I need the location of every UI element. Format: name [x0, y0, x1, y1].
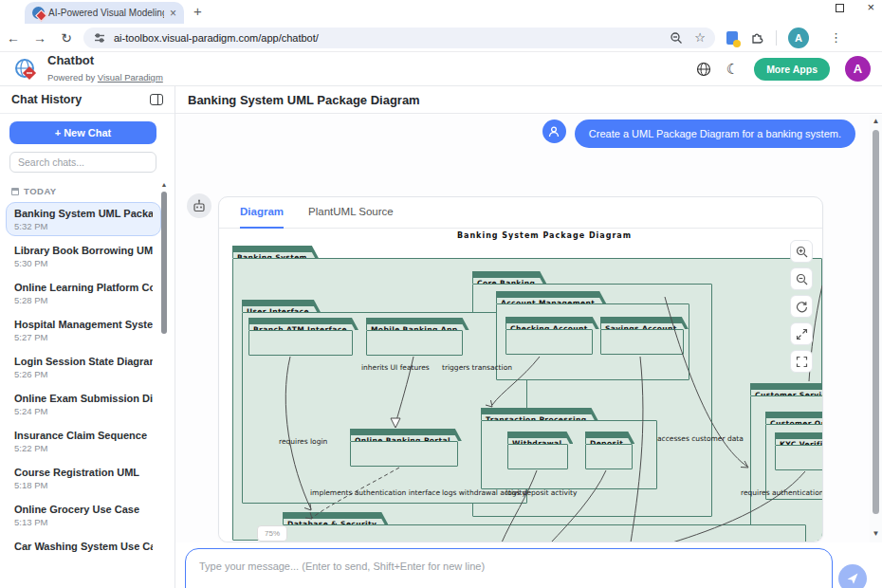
pkg-online-banking-portal[interactable]: Online Banking Portal: [350, 429, 462, 447]
pkg-mobile-banking-app-tab: Mobile Banking App: [366, 318, 469, 330]
diagram-controls: [790, 240, 813, 373]
app-header: Chatbot Powered by Visual Paradigm ☾ Mor…: [0, 52, 882, 86]
tab-close-icon[interactable]: ×: [168, 8, 178, 19]
user-icon: [547, 125, 560, 138]
sidebar-scroll-thumb[interactable]: [161, 192, 167, 334]
sidebar-scrollbar[interactable]: ▲: [160, 181, 168, 579]
forward-button[interactable]: →: [27, 30, 53, 46]
chat-history-item[interactable]: Car Washing System Use Case: [6, 535, 161, 557]
pkg-savings-account[interactable]: Savings Account: [600, 317, 689, 335]
pkg-core-banking[interactable]: Core Banking: [472, 271, 546, 289]
visual-paradigm-logo: [13, 57, 38, 82]
app-name: Chatbot: [47, 53, 163, 67]
main-scrollbar[interactable]: ▲ ▼: [870, 115, 882, 542]
search-chats-input[interactable]: [9, 152, 156, 173]
bookmark-star-icon[interactable]: ☆: [694, 30, 706, 45]
reset-view-button[interactable]: [790, 295, 813, 318]
pkg-deposit[interactable]: Deposit: [585, 432, 634, 450]
chat-history-item[interactable]: Login Session State Diagram5:26 PM: [6, 350, 161, 384]
pkg-account-management-tab: Account Management: [496, 291, 606, 303]
diagram-zoom-badge: 75%: [257, 525, 287, 542]
pkg-deposit-tab: Deposit: [585, 432, 634, 444]
sidebar-scroll-up-icon[interactable]: ▲: [160, 181, 168, 188]
visual-paradigm-link[interactable]: Visual Paradigm: [98, 72, 163, 83]
chat-history-item[interactable]: Banking System UML Packag...5:32 PM: [6, 202, 161, 236]
fullscreen-button[interactable]: [790, 350, 813, 373]
fit-to-screen-button[interactable]: [790, 322, 813, 345]
pkg-online-banking-portal-body: [350, 441, 458, 467]
browser-tab-active[interactable]: AI-Powered Visual Modeling Ch ×: [25, 2, 184, 24]
main-scroll-thumb[interactable]: [873, 130, 879, 514]
chat-history-item[interactable]: Online Grocery Use Case5:13 PM: [6, 498, 161, 532]
browser-tab-strip: AI-Powered Visual Modeling Ch × + ×: [0, 0, 882, 24]
chat-item-title: Online Grocery Use Case: [14, 504, 153, 515]
pkg-user-interface[interactable]: User Interface: [242, 300, 321, 318]
tab-plantuml-source[interactable]: PlantUML Source: [308, 197, 394, 229]
language-globe-icon[interactable]: [696, 62, 711, 77]
reload-button[interactable]: ↻: [53, 30, 80, 46]
main-scroll-down-icon[interactable]: ▼: [870, 527, 882, 541]
edge-label: accesses customer data: [657, 434, 744, 443]
send-button[interactable]: [838, 564, 867, 588]
pkg-checking-account-body: [505, 329, 593, 355]
chat-item-time: 5:27 PM: [14, 332, 153, 342]
edge-label: implements authentication interface: [310, 488, 440, 497]
pkg-branch-atm-interface[interactable]: Branch ATM Interface: [248, 318, 358, 336]
browser-window: AI-Powered Visual Modeling Ch × + × ← → …: [0, 0, 882, 588]
window-close-button[interactable]: ×: [867, 1, 874, 13]
uml-diagram-canvas[interactable]: Banking System Package Diagram Banking S…: [219, 229, 823, 542]
dark-mode-moon-icon[interactable]: ☾: [726, 62, 739, 76]
edge-label: triggers transaction: [442, 363, 512, 372]
chat-history-item[interactable]: Online Exam Submission Dia...5:24 PM: [6, 387, 161, 421]
pkg-customer-onboarding[interactable]: Customer Onb: [765, 412, 823, 430]
robot-icon: [192, 198, 207, 213]
page-zoom-icon[interactable]: [670, 31, 683, 45]
pkg-checking-account[interactable]: Checking Account: [505, 317, 599, 335]
pkg-mobile-banking-app[interactable]: Mobile Banking App: [366, 318, 469, 336]
password-manager-extension-icon[interactable]: [726, 31, 738, 45]
chat-history-item[interactable]: Insurance Claim Sequence5:22 PM: [6, 424, 161, 458]
message-input[interactable]: [185, 548, 833, 588]
pkg-savings-account-tab: Savings Account: [600, 317, 689, 329]
extensions-puzzle-icon[interactable]: [749, 30, 764, 46]
pkg-kyc-verification-tab: KYC Verifica: [775, 432, 823, 445]
chat-history-item[interactable]: Library Book Borrowing UML5:30 PM: [6, 239, 161, 273]
user-message-bubble: Create a UML Package Diagram for a banki…: [575, 119, 855, 148]
new-tab-button[interactable]: +: [193, 4, 202, 18]
window-maximize-button[interactable]: [836, 4, 844, 12]
pkg-banking-system[interactable]: Banking System: [232, 246, 319, 264]
chat-history-item[interactable]: Course Registration UML5:18 PM: [6, 461, 161, 495]
new-chat-button[interactable]: + New Chat: [9, 121, 156, 144]
card-tab-bar: Diagram PlantUML Source: [219, 197, 822, 229]
page-title: Banking System UML Package Diagram: [188, 93, 420, 107]
tab-diagram[interactable]: Diagram: [240, 197, 284, 229]
powered-by-text: Powered by Visual Paradigm: [47, 72, 163, 83]
pkg-database-security[interactable]: Database & Security: [283, 512, 388, 530]
user-message-row: Create a UML Package Diagram for a banki…: [542, 119, 855, 148]
sidebar-toggle-icon[interactable]: [150, 94, 163, 105]
pkg-deposit-body: [585, 444, 633, 469]
zoom-in-button[interactable]: [790, 240, 813, 263]
pkg-online-banking-portal-tab: Online Banking Portal: [350, 429, 462, 441]
pkg-account-management[interactable]: Account Management: [496, 291, 606, 309]
assistant-avatar: [187, 193, 211, 218]
pkg-kyc-verification[interactable]: KYC Verifica: [775, 432, 823, 450]
site-info-icon[interactable]: [93, 31, 106, 45]
chat-history-item[interactable]: Online Learning Platform Co...5:28 PM: [6, 276, 161, 310]
chat-history-item[interactable]: Hospital Management Syste...5:27 PM: [6, 313, 161, 347]
main-scroll-up-icon[interactable]: ▲: [870, 115, 882, 128]
zoom-out-button[interactable]: [790, 267, 813, 290]
user-avatar[interactable]: A: [845, 56, 871, 82]
zoom-in-icon: [796, 246, 808, 258]
pkg-transaction-processing[interactable]: Transaction Processing: [481, 408, 598, 426]
browser-profile-avatar[interactable]: A: [788, 28, 809, 48]
browser-menu-kebab-icon[interactable]: ⋮: [830, 30, 842, 45]
pkg-customer-service[interactable]: Customer Service: [750, 383, 823, 401]
pkg-withdrawal[interactable]: Withdrawal: [507, 432, 573, 450]
address-bar[interactable]: ai-toolbox.visual-paradigm.com/app/chatb…: [83, 28, 715, 48]
back-button[interactable]: ←: [0, 30, 27, 46]
chat-item-title: Course Registration UML: [14, 467, 153, 478]
more-apps-button[interactable]: More Apps: [754, 58, 830, 81]
chat-item-time: 5:30 PM: [14, 258, 153, 268]
toolbar-divider: [776, 30, 777, 46]
